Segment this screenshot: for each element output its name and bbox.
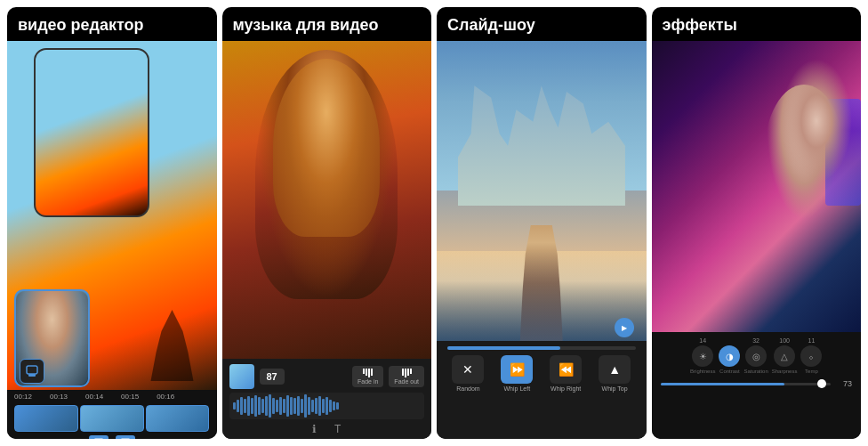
panel1-content: 00:12 00:13 00:14 00:15 00:16 (7, 41, 217, 439)
random-icon: ✕ (452, 355, 484, 384)
brightness-value: 14 (699, 337, 706, 344)
contrast-value (728, 337, 730, 344)
panel3-photo (437, 41, 647, 341)
app-container: видео редактор 00: (0, 0, 868, 446)
panel3-button-row: ✕ Random ⏩ Whip Left ⏪ Whip Right ▲ Whip… (440, 355, 643, 392)
filter-temp[interactable]: 11 ⬦ Temp (800, 337, 822, 374)
panel1-thumbs (7, 403, 217, 434)
saturation-label: Saturation (743, 369, 768, 374)
panel1-edit-icon[interactable] (20, 359, 44, 384)
panel2-controls-row: 87 Fade in (229, 364, 425, 389)
panel3-content: ▶ ✕ Random ⏩ Whip Left (437, 41, 647, 439)
panel3-whip-left-btn[interactable]: ⏩ Whip Left (501, 355, 533, 392)
panel2-thumbnail (229, 364, 254, 389)
temp-label: Temp (805, 369, 818, 374)
panel4-filter-row: 14 ☀ Brightness ◑ Contrast 32 ◎ Saturati… (655, 337, 858, 374)
panel3-play-button[interactable]: ▶ (615, 318, 634, 337)
whip-left-icon: ⏩ (501, 355, 533, 384)
panel2-content: 87 Fade in (222, 41, 432, 439)
thumb-3[interactable] (146, 405, 210, 432)
fade-in-label: Fade in (358, 378, 378, 385)
panel1-title: видео редактор (7, 7, 217, 41)
info-icon[interactable]: ℹ (312, 423, 317, 435)
panel3-controls: ✕ Random ⏩ Whip Left ⏪ Whip Right ▲ Whip… (437, 341, 647, 439)
fade-out-lines (402, 369, 412, 377)
filter-contrast[interactable]: ◑ Contrast (719, 337, 740, 374)
saturation-icon: ◎ (745, 345, 767, 367)
panel4-slider-row: 73 (655, 379, 858, 388)
filter-saturation[interactable]: 32 ◎ Saturation (743, 337, 768, 374)
panel-slideshow: Слайд-шоу ▶ ✕ Random (437, 7, 647, 439)
panel2-photo (222, 41, 432, 359)
panel4-slider-track[interactable] (661, 383, 832, 385)
panel3-title: Слайд-шоу (437, 7, 647, 41)
svg-rect-0 (27, 366, 37, 374)
panel1-icon-add[interactable] (89, 435, 108, 439)
timecode-4: 00:15 (121, 393, 139, 401)
panel1-bottom-icons (7, 434, 217, 439)
panel-video-editor: видео редактор 00: (7, 7, 217, 439)
timecode-5: 00:16 (157, 393, 174, 401)
sharpness-value: 100 (779, 337, 790, 344)
whip-left-label: Whip Left (504, 385, 531, 392)
panel2-controls: 87 Fade in (222, 359, 432, 439)
temp-value: 11 (808, 337, 816, 344)
timecode-3: 00:14 (85, 393, 103, 401)
whip-right-icon: ⏪ (550, 355, 582, 384)
fade-out-label: Fade out (394, 378, 419, 385)
panel4-photo (652, 41, 862, 332)
panel3-random-btn[interactable]: ✕ Random (452, 355, 484, 392)
panel3-progress-track[interactable] (447, 346, 636, 350)
sharpness-label: Sharpness (772, 369, 798, 374)
timecode-2: 00:13 (50, 393, 68, 401)
panel3-whip-right-btn[interactable]: ⏪ Whip Right (550, 355, 582, 392)
contrast-label: Contrast (719, 369, 740, 374)
saturation-value: 32 (752, 337, 760, 344)
panel4-title: эффекты (652, 7, 862, 41)
panel3-progress-row (440, 346, 643, 350)
thumb-1[interactable] (14, 405, 78, 432)
panel1-timeline: 00:12 00:13 00:14 00:15 00:16 (7, 390, 217, 439)
fade-out-button[interactable]: Fade out (389, 366, 424, 387)
thumb-2[interactable] (80, 405, 144, 432)
filter-sharpness[interactable]: 100 △ Sharpness (772, 337, 798, 374)
whip-top-icon: ▲ (599, 355, 631, 384)
panel4-slider-thumb (817, 379, 826, 388)
filter-brightness[interactable]: 14 ☀ Brightness (690, 337, 715, 374)
fade-in-lines (363, 369, 373, 377)
panel2-bottom-icons: ℹ T (229, 423, 425, 435)
panel3-whip-top-btn[interactable]: ▲ Whip Top (599, 355, 631, 392)
brightness-label: Brightness (690, 369, 715, 374)
panel-effects: эффекты 14 ☀ Brightness ◑ (652, 7, 862, 439)
panel3-progress-fill (447, 346, 560, 350)
sharpness-icon: △ (774, 345, 795, 367)
text-icon[interactable]: T (334, 423, 341, 435)
whip-right-label: Whip Right (551, 385, 581, 392)
random-label: Random (456, 385, 479, 392)
panel2-title: музыка для видео (222, 7, 432, 41)
panel4-controls: 14 ☀ Brightness ◑ Contrast 32 ◎ Saturati… (652, 332, 862, 439)
panel4-slider-fill (661, 383, 785, 385)
timecode-1: 00:12 (14, 393, 32, 401)
temp-icon: ⬦ (800, 345, 822, 367)
whip-top-label: Whip Top (602, 385, 628, 392)
panel2-beat-number: 87 (260, 369, 285, 385)
svg-rect-1 (28, 374, 36, 377)
panel-music: музыка для видео 87 (222, 7, 432, 439)
panel4-content: 14 ☀ Brightness ◑ Contrast 32 ◎ Saturati… (652, 41, 862, 439)
panel1-phone-main (34, 48, 149, 217)
panel4-slider-value: 73 (834, 379, 852, 388)
brightness-icon: ☀ (692, 345, 713, 367)
contrast-icon: ◑ (719, 345, 740, 367)
panel1-icon-text[interactable] (116, 435, 135, 439)
fade-in-button[interactable]: Fade in (352, 366, 383, 387)
panel1-timecodes: 00:12 00:13 00:14 00:15 00:16 (7, 390, 217, 403)
panel2-waveform (229, 393, 425, 419)
